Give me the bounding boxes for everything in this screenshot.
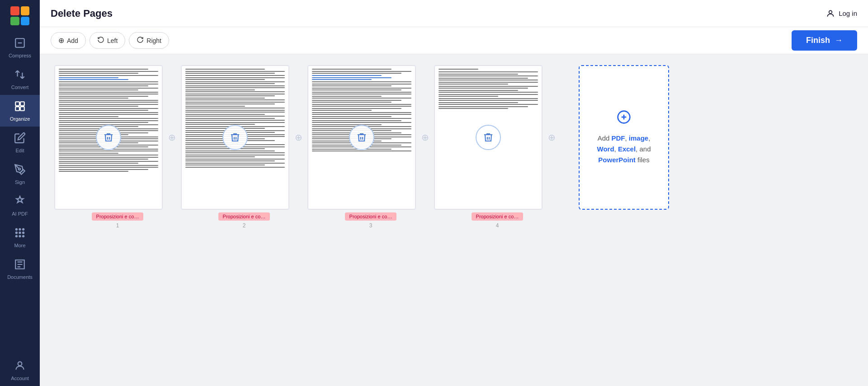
svg-point-15 [23,235,24,236]
svg-point-7 [16,228,17,230]
sign-label: Sign [15,179,25,185]
arrow-icon: → [835,36,843,45]
account-label: Account [11,376,29,381]
svg-point-8 [19,228,20,230]
documents-icon [14,259,26,272]
convert-label: Convert [11,85,29,90]
convert-icon [14,69,26,82]
sidebar-item-convert[interactable]: Convert [0,63,40,95]
organize-label: Organize [10,116,30,122]
page-with-add-4: ⊕ [434,65,561,210]
add-after-page-3[interactable]: ⊕ [416,65,434,210]
add-file-plus-icon [617,110,631,127]
page-thumbnail-1[interactable] [54,65,163,210]
page-thumbnail-4[interactable] [434,65,542,210]
delete-page-1-button[interactable] [96,125,121,150]
svg-rect-5 [20,107,24,111]
page-filename-1: Proposizioni e co… [92,212,144,221]
page-filename-4: Proposizioni e co… [472,212,524,221]
page-with-add-3: ⊕ [307,65,434,210]
svg-point-17 [829,10,832,14]
compress-icon [14,37,26,51]
sidebar-item-sign[interactable]: Sign [0,158,40,190]
page-label-2: Proposizioni e co… 2 [218,212,270,229]
add-after-page-1[interactable]: ⊕ [163,65,181,210]
page-number-4: 4 [496,222,499,229]
page-item-3: ⊕ Proposizioni e co… 3 [307,65,434,229]
pages-area: ⊕ Proposizioni e co… 1 [40,54,868,386]
svg-point-12 [23,232,24,233]
add-file-text: Add PDF, image, Word, Excel, and PowerPo… [589,133,659,165]
svg-point-10 [16,232,17,233]
page-thumbnail-3[interactable] [307,65,416,210]
svg-point-13 [16,235,17,236]
ai-pdf-label: AI PDF [12,211,28,217]
sidebar-item-edit[interactable]: Edit [0,127,40,158]
page-item-2: ⊕ Proposizioni e co… 2 [181,65,307,229]
rotate-left-icon [97,36,104,45]
rotate-right-button[interactable]: Right [129,32,169,49]
user-icon [826,9,835,18]
delete-page-4-button[interactable] [476,125,501,150]
rotate-left-button[interactable]: Left [90,32,125,49]
sidebar-item-documents[interactable]: Documents [0,253,40,285]
svg-point-14 [19,235,20,236]
header: Delete Pages Log in [40,0,868,27]
svg-point-11 [19,232,20,233]
pages-container: ⊕ Proposizioni e co… 1 [54,65,669,229]
add-after-page-2[interactable]: ⊕ [289,65,307,210]
page-with-add-1: ⊕ [54,65,181,210]
compress-label: Compress [9,53,31,58]
delete-page-2-button[interactable] [222,125,248,150]
sidebar: Compress Convert Organize Edit Sign AI P… [0,0,40,386]
add-file-panel[interactable]: Add PDF, image, Word, Excel, and PowerPo… [579,65,669,210]
sidebar-item-ai-pdf[interactable]: AI PDF [0,190,40,221]
ai-pdf-icon [14,195,26,209]
svg-point-9 [23,228,24,230]
more-label: More [14,243,25,248]
svg-rect-3 [20,102,24,106]
page-label-4: Proposizioni e co… 4 [472,212,524,229]
page-number-1: 1 [116,222,119,229]
finish-button[interactable]: Finish → [792,30,857,51]
more-icon [14,227,26,240]
account-icon [14,360,26,373]
organize-icon [14,100,26,114]
page-filename-3: Proposizioni e co… [345,212,397,221]
page-item-1: ⊕ Proposizioni e co… 1 [54,65,181,229]
login-button[interactable]: Log in [826,9,857,18]
page-number-3: 3 [369,222,373,229]
svg-point-16 [18,362,22,366]
add-after-page-4[interactable]: ⊕ [542,65,561,210]
page-filename-2: Proposizioni e co… [218,212,270,221]
page-number-2: 2 [243,222,246,229]
rotate-right-icon [137,36,144,45]
page-title: Delete Pages [51,8,113,19]
add-button[interactable]: ⊕ Add [51,32,86,49]
sign-icon [14,164,26,177]
sidebar-item-account[interactable]: Account [0,354,40,386]
page-label-1: Proposizioni e co… 1 [92,212,144,229]
edit-icon [14,132,26,146]
page-item-4: ⊕ Proposizioni e co… 4 [434,65,561,229]
sidebar-item-more[interactable]: More [0,221,40,253]
toolbar-left: ⊕ Add Left Right [51,32,169,49]
edit-label: Edit [16,148,24,153]
svg-rect-4 [15,107,19,111]
sidebar-item-organize[interactable]: Organize [0,95,40,127]
svg-rect-2 [15,102,19,106]
add-icon: ⊕ [58,36,64,45]
page-thumbnail-2[interactable] [181,65,289,210]
page-with-add-2: ⊕ [181,65,307,210]
delete-page-3-button[interactable] [349,125,374,150]
sidebar-item-compress[interactable]: Compress [0,32,40,63]
app-logo [0,0,40,32]
main-area: Delete Pages Log in ⊕ Add Left Right [40,0,868,386]
toolbar: ⊕ Add Left Right Finish → [40,27,868,54]
page-label-3: Proposizioni e co… 3 [345,212,397,229]
documents-label: Documents [7,274,33,280]
svg-point-6 [19,168,20,169]
